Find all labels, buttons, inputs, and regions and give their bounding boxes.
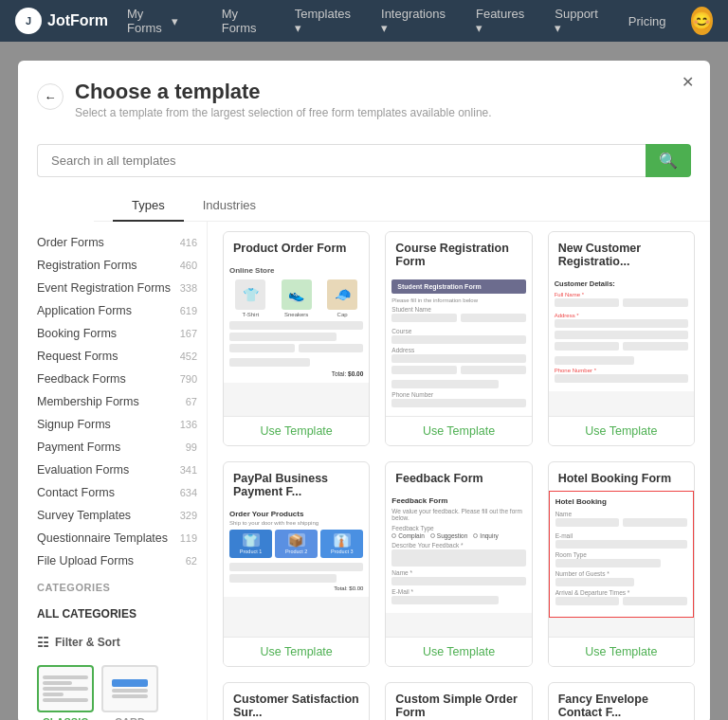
logo-text: JotForm: [47, 12, 108, 29]
logo-icon: J: [15, 8, 42, 34]
logo[interactable]: J JotForm: [15, 8, 108, 34]
my-forms-arrow: ▾: [172, 14, 178, 28]
nav-templates[interactable]: Templates ▾: [289, 3, 356, 39]
user-avatar[interactable]: 😊: [691, 7, 713, 35]
nav-support[interactable]: Support ▾: [549, 3, 604, 39]
my-forms-nav[interactable]: My Forms ▾: [127, 7, 178, 35]
nav-integrations[interactable]: Integrations ▾: [375, 3, 451, 39]
nav-my-forms[interactable]: My Forms: [216, 3, 270, 39]
avatar-emoji: 😊: [691, 10, 712, 31]
top-navigation: J JotForm My Forms ▾ My Forms Templates …: [0, 0, 728, 42]
my-forms-label: My Forms: [127, 7, 168, 35]
nav-features[interactable]: Features ▾: [470, 3, 530, 39]
nav-pricing[interactable]: Pricing: [623, 10, 672, 32]
